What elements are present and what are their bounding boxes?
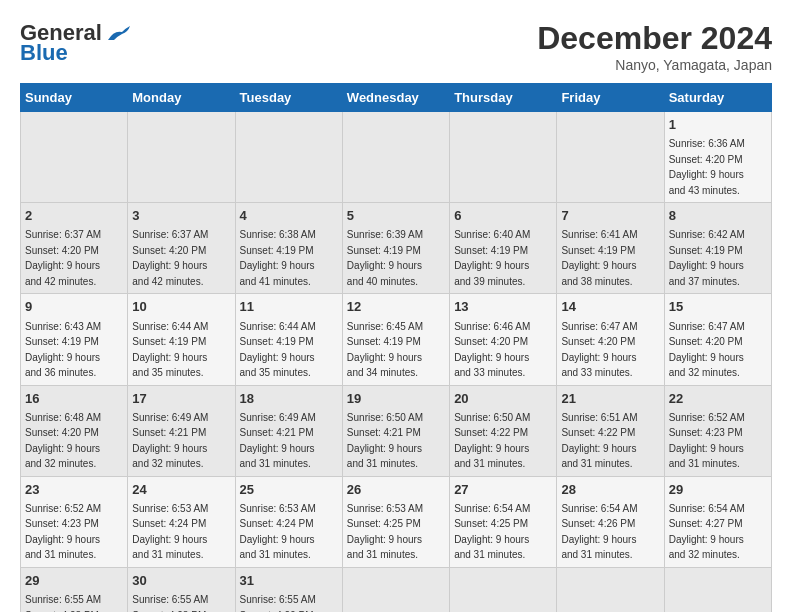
calendar-week-row: 9Sunrise: 6:43 AMSunset: 4:19 PMDaylight… xyxy=(21,294,772,385)
day-info: Sunrise: 6:37 AMSunset: 4:20 PMDaylight:… xyxy=(25,229,101,287)
calendar-cell: 7Sunrise: 6:41 AMSunset: 4:19 PMDaylight… xyxy=(557,203,664,294)
calendar-cell xyxy=(21,112,128,203)
day-number: 31 xyxy=(240,572,338,590)
day-info: Sunrise: 6:54 AMSunset: 4:27 PMDaylight:… xyxy=(669,503,745,561)
day-info: Sunrise: 6:53 AMSunset: 4:24 PMDaylight:… xyxy=(240,503,316,561)
day-number: 1 xyxy=(669,116,767,134)
day-info: Sunrise: 6:52 AMSunset: 4:23 PMDaylight:… xyxy=(25,503,101,561)
calendar-cell: 28Sunrise: 6:54 AMSunset: 4:26 PMDayligh… xyxy=(557,476,664,567)
day-number: 20 xyxy=(454,390,552,408)
title-section: December 2024 Nanyo, Yamagata, Japan xyxy=(537,20,772,73)
day-info: Sunrise: 6:46 AMSunset: 4:20 PMDaylight:… xyxy=(454,321,530,379)
calendar-cell xyxy=(557,567,664,612)
day-number: 8 xyxy=(669,207,767,225)
calendar-cell: 14Sunrise: 6:47 AMSunset: 4:20 PMDayligh… xyxy=(557,294,664,385)
day-number: 16 xyxy=(25,390,123,408)
calendar-cell xyxy=(664,567,771,612)
calendar-cell xyxy=(235,112,342,203)
day-number: 12 xyxy=(347,298,445,316)
day-number: 29 xyxy=(669,481,767,499)
day-info: Sunrise: 6:41 AMSunset: 4:19 PMDaylight:… xyxy=(561,229,637,287)
calendar-table: Sunday Monday Tuesday Wednesday Thursday… xyxy=(20,83,772,612)
calendar-cell: 25Sunrise: 6:53 AMSunset: 4:24 PMDayligh… xyxy=(235,476,342,567)
calendar-cell: 6Sunrise: 6:40 AMSunset: 4:19 PMDaylight… xyxy=(450,203,557,294)
day-info: Sunrise: 6:55 AMSunset: 4:28 PMDaylight:… xyxy=(132,594,208,612)
day-number: 29 xyxy=(25,572,123,590)
day-number: 21 xyxy=(561,390,659,408)
day-info: Sunrise: 6:45 AMSunset: 4:19 PMDaylight:… xyxy=(347,321,423,379)
day-info: Sunrise: 6:42 AMSunset: 4:19 PMDaylight:… xyxy=(669,229,745,287)
day-number: 5 xyxy=(347,207,445,225)
calendar-cell: 23Sunrise: 6:52 AMSunset: 4:23 PMDayligh… xyxy=(21,476,128,567)
calendar-cell: 17Sunrise: 6:49 AMSunset: 4:21 PMDayligh… xyxy=(128,385,235,476)
col-monday: Monday xyxy=(128,84,235,112)
day-info: Sunrise: 6:51 AMSunset: 4:22 PMDaylight:… xyxy=(561,412,637,470)
day-number: 25 xyxy=(240,481,338,499)
day-number: 30 xyxy=(132,572,230,590)
day-info: Sunrise: 6:54 AMSunset: 4:25 PMDaylight:… xyxy=(454,503,530,561)
day-info: Sunrise: 6:50 AMSunset: 4:21 PMDaylight:… xyxy=(347,412,423,470)
calendar-cell xyxy=(557,112,664,203)
day-info: Sunrise: 6:39 AMSunset: 4:19 PMDaylight:… xyxy=(347,229,423,287)
calendar-week-row: 2Sunrise: 6:37 AMSunset: 4:20 PMDaylight… xyxy=(21,203,772,294)
calendar-cell: 3Sunrise: 6:37 AMSunset: 4:20 PMDaylight… xyxy=(128,203,235,294)
page-header: General Blue December 2024 Nanyo, Yamaga… xyxy=(20,20,772,73)
calendar-cell: 16Sunrise: 6:48 AMSunset: 4:20 PMDayligh… xyxy=(21,385,128,476)
calendar-cell xyxy=(450,112,557,203)
calendar-cell xyxy=(342,567,449,612)
day-number: 17 xyxy=(132,390,230,408)
calendar-cell: 30Sunrise: 6:55 AMSunset: 4:28 PMDayligh… xyxy=(128,567,235,612)
day-number: 2 xyxy=(25,207,123,225)
calendar-cell: 13Sunrise: 6:46 AMSunset: 4:20 PMDayligh… xyxy=(450,294,557,385)
day-info: Sunrise: 6:49 AMSunset: 4:21 PMDaylight:… xyxy=(240,412,316,470)
day-number: 13 xyxy=(454,298,552,316)
day-number: 3 xyxy=(132,207,230,225)
day-number: 14 xyxy=(561,298,659,316)
calendar-cell: 18Sunrise: 6:49 AMSunset: 4:21 PMDayligh… xyxy=(235,385,342,476)
calendar-cell: 22Sunrise: 6:52 AMSunset: 4:23 PMDayligh… xyxy=(664,385,771,476)
calendar-cell: 8Sunrise: 6:42 AMSunset: 4:19 PMDaylight… xyxy=(664,203,771,294)
logo-text-blue: Blue xyxy=(20,40,68,66)
calendar-cell: 21Sunrise: 6:51 AMSunset: 4:22 PMDayligh… xyxy=(557,385,664,476)
day-number: 11 xyxy=(240,298,338,316)
calendar-week-row: 29Sunrise: 6:55 AMSunset: 4:28 PMDayligh… xyxy=(21,567,772,612)
logo-bird-icon xyxy=(104,22,132,44)
day-info: Sunrise: 6:37 AMSunset: 4:20 PMDaylight:… xyxy=(132,229,208,287)
calendar-cell: 31Sunrise: 6:55 AMSunset: 4:29 PMDayligh… xyxy=(235,567,342,612)
col-tuesday: Tuesday xyxy=(235,84,342,112)
calendar-cell: 1Sunrise: 6:36 AMSunset: 4:20 PMDaylight… xyxy=(664,112,771,203)
day-number: 27 xyxy=(454,481,552,499)
day-number: 28 xyxy=(561,481,659,499)
day-info: Sunrise: 6:43 AMSunset: 4:19 PMDaylight:… xyxy=(25,321,101,379)
day-info: Sunrise: 6:47 AMSunset: 4:20 PMDaylight:… xyxy=(561,321,637,379)
day-number: 9 xyxy=(25,298,123,316)
calendar-cell: 15Sunrise: 6:47 AMSunset: 4:20 PMDayligh… xyxy=(664,294,771,385)
calendar-cell xyxy=(450,567,557,612)
calendar-cell: 19Sunrise: 6:50 AMSunset: 4:21 PMDayligh… xyxy=(342,385,449,476)
day-info: Sunrise: 6:53 AMSunset: 4:24 PMDaylight:… xyxy=(132,503,208,561)
day-info: Sunrise: 6:55 AMSunset: 4:28 PMDaylight:… xyxy=(25,594,101,612)
location: Nanyo, Yamagata, Japan xyxy=(537,57,772,73)
calendar-cell: 2Sunrise: 6:37 AMSunset: 4:20 PMDaylight… xyxy=(21,203,128,294)
day-number: 4 xyxy=(240,207,338,225)
calendar-cell: 12Sunrise: 6:45 AMSunset: 4:19 PMDayligh… xyxy=(342,294,449,385)
calendar-cell: 29Sunrise: 6:54 AMSunset: 4:27 PMDayligh… xyxy=(664,476,771,567)
calendar-cell: 27Sunrise: 6:54 AMSunset: 4:25 PMDayligh… xyxy=(450,476,557,567)
header-row: Sunday Monday Tuesday Wednesday Thursday… xyxy=(21,84,772,112)
calendar-cell xyxy=(342,112,449,203)
day-info: Sunrise: 6:49 AMSunset: 4:21 PMDaylight:… xyxy=(132,412,208,470)
day-info: Sunrise: 6:53 AMSunset: 4:25 PMDaylight:… xyxy=(347,503,423,561)
day-number: 23 xyxy=(25,481,123,499)
day-number: 15 xyxy=(669,298,767,316)
day-info: Sunrise: 6:50 AMSunset: 4:22 PMDaylight:… xyxy=(454,412,530,470)
calendar-cell: 5Sunrise: 6:39 AMSunset: 4:19 PMDaylight… xyxy=(342,203,449,294)
day-info: Sunrise: 6:48 AMSunset: 4:20 PMDaylight:… xyxy=(25,412,101,470)
day-info: Sunrise: 6:55 AMSunset: 4:29 PMDaylight:… xyxy=(240,594,316,612)
day-info: Sunrise: 6:38 AMSunset: 4:19 PMDaylight:… xyxy=(240,229,316,287)
col-saturday: Saturday xyxy=(664,84,771,112)
calendar-cell: 10Sunrise: 6:44 AMSunset: 4:19 PMDayligh… xyxy=(128,294,235,385)
col-friday: Friday xyxy=(557,84,664,112)
day-number: 22 xyxy=(669,390,767,408)
day-info: Sunrise: 6:40 AMSunset: 4:19 PMDaylight:… xyxy=(454,229,530,287)
day-number: 24 xyxy=(132,481,230,499)
